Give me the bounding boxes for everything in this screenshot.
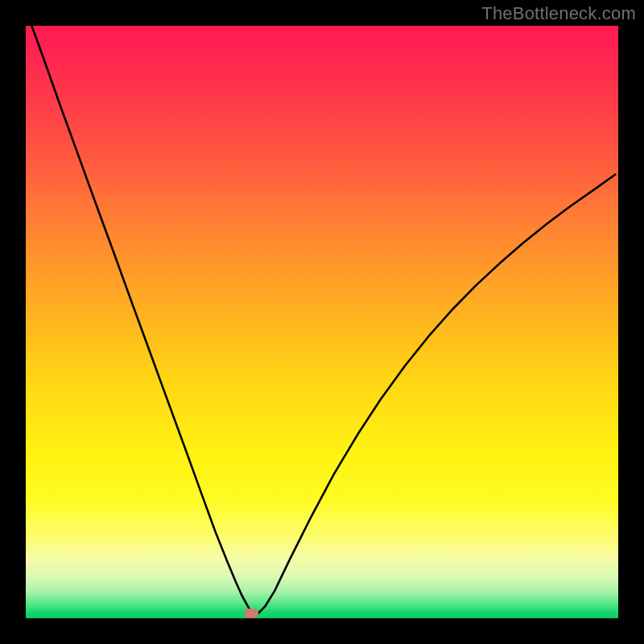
chart-canvas: TheBottleneck.com — [0, 0, 644, 644]
plot-area — [26, 26, 618, 618]
background-gradient — [26, 26, 618, 618]
watermark-text: TheBottleneck.com — [481, 3, 636, 24]
min-marker — [244, 609, 258, 618]
